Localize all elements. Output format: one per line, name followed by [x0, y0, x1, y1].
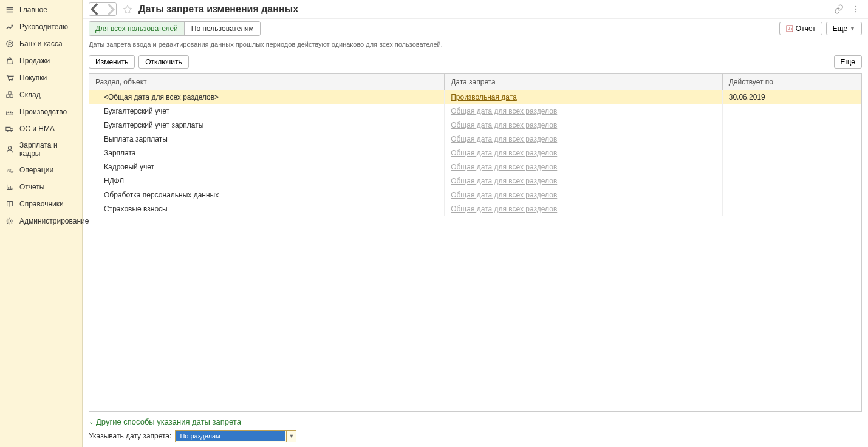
collapse-toggle[interactable]: ⌄ Другие способы указания даты запрета	[89, 417, 862, 426]
sidebar-item-12[interactable]: Администрирование	[0, 213, 82, 230]
more-button-top[interactable]: Еще ▼	[826, 22, 862, 35]
date-link[interactable]: Общая дата для всех разделов	[451, 177, 557, 185]
col-effective-header[interactable]: Действует по	[722, 74, 861, 90]
date-link[interactable]: Общая дата для всех разделов	[451, 163, 557, 171]
sidebar-item-7[interactable]: ОС и НМА	[0, 120, 82, 137]
sidebar-item-label: Продажи	[19, 56, 50, 65]
sidebar-item-label: Покупки	[19, 73, 47, 82]
tab-group: Для всех пользователейПо пользователям	[89, 21, 261, 36]
edit-button[interactable]: Изменить	[89, 55, 135, 69]
sidebar-item-3[interactable]: Продажи	[0, 52, 82, 69]
date-link[interactable]: Общая дата для всех разделов	[451, 107, 557, 115]
svg-rect-19	[788, 29, 789, 30]
sidebar-item-1[interactable]: Руководителю	[0, 18, 82, 35]
svg-rect-21	[791, 28, 792, 30]
date-link[interactable]: Общая дата для всех разделов	[451, 135, 557, 143]
cell-effective	[722, 132, 861, 146]
tab-0[interactable]: Для всех пользователей	[89, 22, 185, 35]
cell-section: Бухгалтерский учет зарплаты	[89, 118, 445, 132]
more-icon[interactable]	[850, 3, 862, 15]
table-row[interactable]: <Общая дата для всех разделов>Произвольн…	[89, 90, 861, 104]
truck-icon	[5, 124, 15, 134]
cell-effective	[722, 104, 861, 118]
sidebar-item-label: Банк и касса	[19, 39, 63, 48]
date-mode-select[interactable]: По разделам ▼	[175, 430, 296, 442]
sidebar-item-label: Справочники	[19, 200, 64, 208]
sidebar-item-label: Операции	[19, 166, 53, 174]
svg-point-2	[12, 80, 13, 81]
cell-effective: 30.06.2019	[722, 90, 861, 104]
cell-section: НДФЛ	[89, 174, 445, 188]
cell-date: Общая дата для всех разделов	[445, 188, 723, 202]
cell-date: Общая дата для всех разделов	[445, 174, 723, 188]
cell-date: Произвольная дата	[445, 90, 723, 104]
gear-icon	[5, 216, 15, 226]
sidebar-item-11[interactable]: Справочники	[0, 196, 82, 213]
cell-date: Общая дата для всех разделов	[445, 202, 723, 216]
svg-point-8	[8, 146, 11, 149]
date-link[interactable]: Общая дата для всех разделов	[451, 191, 557, 199]
svg-point-7	[10, 130, 12, 132]
col-section-header[interactable]: Раздел, объект	[89, 74, 445, 90]
action-row: Изменить Отключить Еще	[83, 50, 868, 73]
svg-point-1	[9, 80, 10, 81]
table-row[interactable]: Выплата зарплатыОбщая дата для всех разд…	[89, 132, 861, 146]
sidebar-item-label: Главное	[19, 5, 47, 14]
tab-1[interactable]: По пользователям	[185, 22, 260, 35]
table-row[interactable]: Обработка персональных данныхОбщая дата …	[89, 188, 861, 202]
svg-text:Кт: Кт	[10, 169, 14, 174]
back-button[interactable]	[89, 3, 103, 15]
col-date-header[interactable]: Дата запрета	[445, 74, 723, 90]
svg-point-17	[855, 11, 856, 12]
svg-point-15	[855, 6, 856, 7]
chevron-down-icon: ⌄	[89, 418, 94, 425]
sidebar-item-label: ОС и НМА	[19, 125, 55, 133]
sidebar-item-0[interactable]: Главное	[0, 1, 82, 18]
more-button-label-2: Еще	[841, 58, 855, 66]
svg-rect-4	[10, 95, 13, 97]
sidebar: ГлавноеРуководителюБанк и кассаПродажиПо…	[0, 0, 83, 447]
ruble-icon	[5, 39, 15, 49]
cell-effective	[722, 160, 861, 174]
sidebar-item-6[interactable]: Производство	[0, 103, 82, 120]
sidebar-item-4[interactable]: Покупки	[0, 69, 82, 86]
date-link[interactable]: Общая дата для всех разделов	[451, 121, 557, 129]
svg-rect-12	[10, 186, 11, 189]
sidebar-item-10[interactable]: Отчеты	[0, 179, 82, 196]
chevron-down-icon[interactable]: ▼	[286, 431, 296, 442]
table-row[interactable]: Кадровый учетОбщая дата для всех раздело…	[89, 160, 861, 174]
chart-icon	[5, 182, 15, 192]
report-button[interactable]: Отчет	[779, 22, 822, 35]
table-row[interactable]: Бухгалтерский учетОбщая дата для всех ра…	[89, 104, 861, 118]
svg-point-14	[9, 220, 11, 222]
svg-rect-3	[7, 95, 9, 97]
page-title: Даты запрета изменения данных	[138, 4, 828, 15]
sidebar-item-9[interactable]: ДтКтОперации	[0, 162, 82, 179]
cell-date: Общая дата для всех разделов	[445, 104, 723, 118]
date-link[interactable]: Общая дата для всех разделов	[451, 149, 557, 157]
table-row[interactable]: ЗарплатаОбщая дата для всех разделов	[89, 146, 861, 160]
table-row[interactable]: НДФЛОбщая дата для всех разделов	[89, 174, 861, 188]
date-link[interactable]: Произвольная дата	[451, 93, 517, 101]
disable-button[interactable]: Отключить	[138, 55, 189, 69]
cell-date: Общая дата для всех разделов	[445, 132, 723, 146]
more-button-table[interactable]: Еще	[834, 55, 862, 69]
cell-section: Кадровый учет	[89, 160, 445, 174]
cell-section: Зарплата	[89, 146, 445, 160]
favorite-button[interactable]	[121, 3, 134, 15]
table-row[interactable]: Страховые взносыОбщая дата для всех разд…	[89, 202, 861, 216]
sidebar-item-8[interactable]: Зарплата и кадры	[0, 137, 82, 162]
cell-date: Общая дата для всех разделов	[445, 118, 723, 132]
sidebar-item-5[interactable]: Склад	[0, 86, 82, 103]
svg-point-6	[7, 130, 9, 132]
table-row[interactable]: Бухгалтерский учет зарплатыОбщая дата дл…	[89, 118, 861, 132]
forward-button[interactable]	[103, 3, 116, 15]
header: Даты запрета изменения данных	[83, 0, 868, 19]
date-link[interactable]: Общая дата для всех разделов	[451, 205, 557, 213]
link-icon[interactable]	[833, 3, 845, 15]
svg-point-16	[855, 9, 856, 10]
sidebar-item-2[interactable]: Банк и касса	[0, 35, 82, 52]
sections-table: Раздел, объект Дата запрета Действует по…	[89, 74, 861, 216]
select-value: По разделам	[176, 431, 285, 441]
svg-rect-11	[8, 187, 9, 189]
